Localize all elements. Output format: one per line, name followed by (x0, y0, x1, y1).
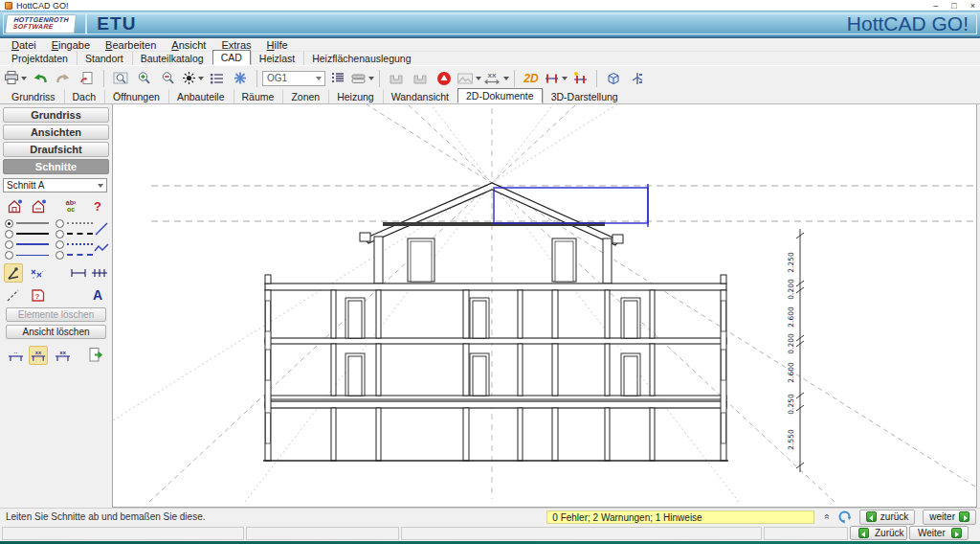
close-button[interactable]: × (970, 1, 975, 11)
floor-selector-value: OG1 (267, 73, 287, 83)
subtab-3d-darstellung[interactable]: 3D-Darstellung (543, 89, 627, 103)
clamp-tool-2-button[interactable] (409, 68, 432, 89)
text-tool-icon[interactable]: A (88, 285, 107, 305)
redo-button[interactable] (52, 68, 75, 89)
dimension-preset-dots-icon[interactable]: ·· (6, 346, 25, 365)
undo-button[interactable] (28, 68, 51, 89)
menu-datei[interactable]: Datei (4, 39, 44, 51)
floor-selector[interactable]: OG1 (262, 71, 325, 86)
print-button[interactable] (4, 68, 27, 89)
view-button-ansichten[interactable]: Ansichten (3, 125, 109, 140)
cube-3d-button[interactable] (602, 68, 625, 89)
section-selector-value: Schnitt A (7, 180, 44, 191)
menu-extras[interactable]: Extras (213, 39, 258, 51)
dimension-preset-xx-icon[interactable]: xx (53, 346, 72, 365)
subtab-wandansicht[interactable]: Wandansicht (383, 89, 457, 103)
line-style-radio-gray-solid[interactable] (5, 219, 13, 228)
application-window: HottCAD GO! – □ × HOTTGENROTH SOFTWARE E… (0, 0, 980, 544)
line-style-radio-gray-dotted[interactable] (56, 219, 64, 228)
subtab-2d-dokumente[interactable]: 2D-Dokumente (457, 88, 543, 103)
construction-line-icon[interactable] (4, 285, 23, 305)
zoom-in-button[interactable] (133, 68, 156, 89)
status-panel-3 (401, 527, 762, 540)
back-arrow-icon (866, 511, 877, 522)
dimension-preset-xx-active-icon[interactable]: xx (29, 346, 48, 365)
subtab-anbauteile[interactable]: Anbauteile (168, 89, 234, 103)
menu-bearbeiten[interactable]: Bearbeiten (98, 39, 164, 51)
line-style-radio-blue-solid[interactable] (5, 240, 13, 249)
subtab-heizung[interactable]: Heizung (328, 89, 383, 103)
menu-ansicht[interactable]: Ansicht (164, 39, 213, 51)
zoom-window-button[interactable] (109, 68, 132, 89)
rename-icon[interactable]: ab›oc (61, 196, 80, 215)
tab-standort[interactable]: Standort (77, 51, 132, 65)
2d-mode-button[interactable]: 2D (520, 68, 543, 89)
tab-heizflaechenauslegung[interactable]: Heizflächenauslegung (303, 51, 419, 65)
svg-text:xx: xx (35, 350, 42, 355)
next-button[interactable]: Weiter (909, 526, 969, 540)
tab-bauteilkatalog[interactable]: Bauteilkatalog (132, 51, 212, 65)
alert-button[interactable] (433, 68, 456, 89)
svg-text:0.200: 0.200 (787, 333, 795, 354)
subtab-grundriss[interactable]: Grundriss (3, 89, 64, 103)
delete-elements-button[interactable]: Elemente löschen (6, 307, 106, 322)
view-button-schnitte[interactable]: Schnitte (3, 159, 109, 174)
menu-bar: Datei Eingabe Bearbeiten Ansicht Extras … (0, 38, 980, 52)
measure-angle-tool-icon[interactable] (4, 263, 23, 283)
dimension-auto-button[interactable] (568, 68, 591, 89)
menu-eingabe[interactable]: Eingabe (44, 39, 98, 51)
list-button[interactable] (205, 68, 228, 89)
maximize-button[interactable]: □ (951, 1, 956, 11)
refresh-icon[interactable] (837, 510, 852, 524)
edit-section-icon[interactable] (29, 196, 48, 215)
dimension-button[interactable] (544, 68, 568, 89)
view-button-draufsicht[interactable]: Draufsicht (3, 142, 109, 157)
measure-points-tool-icon[interactable] (28, 263, 47, 283)
toolbar: OG1 xx 2D (0, 65, 980, 90)
line-style-radio-black-solid[interactable] (5, 230, 13, 238)
line-style-radio-blue-dashed[interactable] (56, 251, 64, 260)
subtab-dach[interactable]: Dach (64, 89, 105, 103)
tab-heizlast[interactable]: Heizlast (251, 51, 303, 65)
polyline-icon[interactable] (92, 238, 111, 258)
layer-list-button[interactable] (326, 68, 349, 89)
next-arrow-icon (959, 511, 969, 522)
menu-hilfe[interactable]: Hilfe (259, 39, 296, 51)
regenerate-star-button[interactable] (229, 68, 252, 89)
copy-view-button[interactable] (76, 68, 99, 89)
section-selector[interactable]: Schnitt A (3, 178, 107, 193)
dimension-chain-icon[interactable] (90, 263, 109, 283)
display-options-button[interactable] (181, 68, 204, 89)
tab-projektdaten[interactable]: Projektdaten (3, 51, 77, 65)
move-points-button[interactable]: xx (482, 68, 509, 89)
background-image-button[interactable] (457, 68, 481, 89)
new-section-icon[interactable] (5, 196, 24, 215)
clamp-tool-1-button[interactable] (385, 68, 408, 89)
section-3d-button[interactable] (626, 68, 649, 89)
delete-view-button[interactable]: Ansicht löschen (6, 325, 106, 339)
tab-cad[interactable]: CAD (212, 50, 251, 65)
subtab-zonen[interactable]: Zonen (282, 89, 328, 103)
svg-text:?: ? (34, 292, 39, 301)
subtab-oeffnungen[interactable]: Öffnungen (104, 89, 168, 103)
diagonal-line-icon[interactable] (92, 219, 111, 238)
view-button-grundriss[interactable]: Grundriss (3, 107, 109, 123)
dimension-chain: 2.250 0.200 2.600 0.200 2.600 0.250 2.55… (787, 229, 804, 472)
label-box-icon[interactable]: ? (28, 285, 47, 305)
collapse-icon[interactable]: » (822, 514, 833, 520)
line-style-radio-black-dashed[interactable] (56, 230, 64, 238)
export-icon[interactable] (86, 345, 105, 364)
zoom-out-button[interactable] (157, 68, 180, 89)
next-small-button[interactable]: weiter (923, 510, 976, 525)
line-style-radio-blue-thin[interactable] (5, 251, 13, 260)
line-style-row-2 (5, 229, 93, 238)
dimension-single-icon[interactable] (69, 263, 88, 283)
drawing-canvas[interactable]: 2.250 0.200 2.600 0.200 2.600 0.250 2.55… (112, 104, 977, 508)
help-question-icon[interactable]: ? (88, 196, 107, 215)
back-small-button[interactable]: zurück (859, 510, 915, 525)
minimize-button[interactable]: – (933, 1, 938, 11)
stack-button[interactable] (350, 68, 374, 89)
back-button[interactable]: Zurück (850, 526, 907, 540)
line-style-radio-blue-dotted[interactable] (56, 240, 64, 249)
subtab-raeume[interactable]: Räume (234, 89, 283, 103)
